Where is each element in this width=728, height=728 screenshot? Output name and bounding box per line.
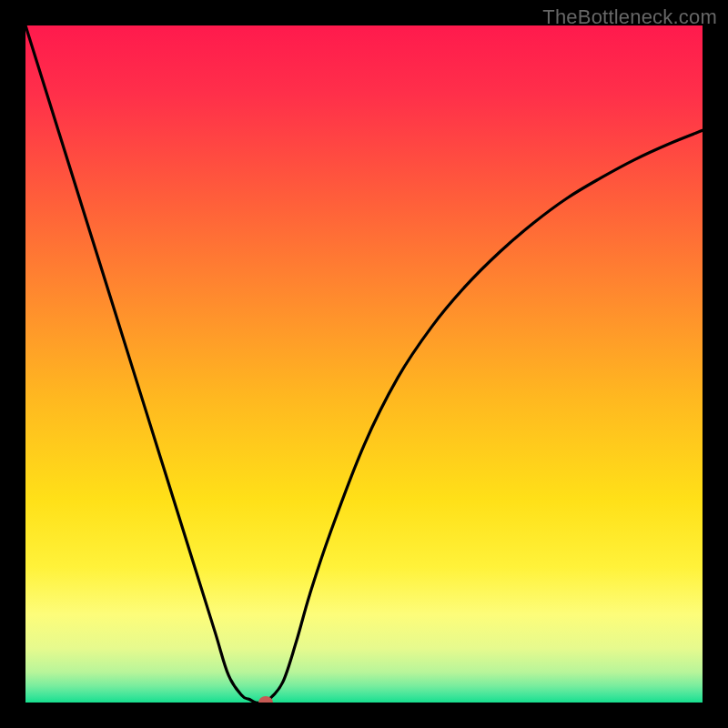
chart-container: TheBottleneck.com [0,0,728,728]
bottleneck-curve [25,25,703,703]
optimum-marker [258,696,273,703]
plot-area [25,25,703,703]
curve-layer [25,25,703,703]
